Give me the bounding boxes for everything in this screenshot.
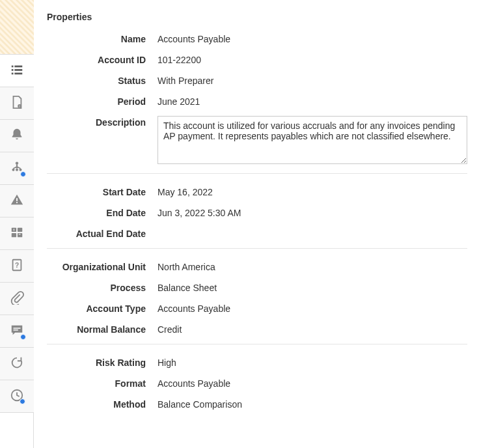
svg-rect-0 [12, 66, 14, 68]
sync-icon [10, 356, 24, 372]
main-panel: Properties Name Accounts Payable Account… [34, 0, 479, 448]
value-risk-rating: High [157, 356, 467, 368]
svg-rect-22 [14, 329, 18, 330]
value-end-date: Jun 3, 2022 5:30 AM [157, 206, 467, 218]
label-process: Process [47, 281, 157, 293]
value-org-unit: North America [157, 260, 467, 272]
value-process: Balance Sheet [157, 281, 467, 293]
value-start-date: May 16, 2022 [157, 186, 467, 197]
svg-rect-21 [14, 328, 21, 328]
label-format: Format [47, 377, 157, 389]
svg-rect-13 [16, 198, 18, 201]
label-risk-rating: Risk Rating [47, 356, 157, 368]
svg-point-10 [12, 169, 14, 171]
svg-rect-3 [14, 69, 22, 71]
label-method: Method [47, 398, 157, 410]
svg-rect-17 [12, 233, 16, 237]
paperclip-icon [10, 290, 24, 307]
label-org-unit: Organizational Unit [47, 260, 157, 272]
warning-icon [10, 193, 24, 209]
label-end-date: End Date [47, 206, 157, 218]
nav-attributes[interactable] [0, 217, 34, 250]
value-name: Accounts Payable [157, 33, 467, 44]
svg-rect-2 [12, 69, 14, 71]
value-account-id: 101-22200 [157, 53, 467, 65]
label-account-type: Account Type [47, 302, 157, 314]
label-actual-end-date: Actual End Date [47, 227, 157, 239]
attributes-icon [10, 225, 24, 242]
svg-text:?: ? [15, 262, 19, 269]
label-description: Description [47, 116, 157, 128]
svg-point-12 [19, 169, 21, 171]
nav-history-prior[interactable] [0, 348, 34, 380]
clock-icon [10, 388, 24, 404]
badge-dot [20, 334, 26, 340]
badge-dot [20, 171, 26, 177]
svg-rect-4 [12, 73, 14, 75]
label-name: Name [47, 33, 157, 44]
nav-history[interactable] [0, 380, 34, 413]
label-period: Period [47, 95, 157, 107]
separator [47, 173, 467, 174]
badge-dot [20, 399, 25, 404]
list-icon [10, 63, 24, 79]
value-actual-end-date [157, 227, 467, 229]
bell-icon [10, 128, 24, 144]
nav-properties[interactable] [0, 55, 34, 87]
svg-point-11 [16, 169, 18, 171]
value-method: Balance Comparison [157, 398, 467, 410]
separator [47, 248, 467, 249]
nav-workflow[interactable] [0, 152, 34, 185]
svg-rect-1 [14, 66, 22, 68]
panel-title: Properties [47, 12, 467, 22]
question-doc-icon: ? [10, 258, 24, 274]
svg-rect-18 [18, 233, 22, 237]
label-start-date: Start Date [47, 186, 157, 197]
label-normal-balance: Normal Balance [47, 323, 157, 335]
value-format: Accounts Payable [157, 377, 467, 389]
nav-instructions[interactable]: i [0, 87, 34, 120]
nav-alerts[interactable] [0, 120, 34, 152]
label-account-id: Account ID [47, 53, 157, 65]
comment-icon [10, 323, 24, 339]
separator [47, 344, 467, 344]
svg-rect-5 [14, 73, 22, 75]
brand-square [0, 0, 34, 55]
nav-attachments[interactable] [0, 283, 34, 315]
value-status: With Preparer [157, 74, 467, 86]
sidebar: i ? [0, 0, 34, 448]
document-info-icon: i [10, 95, 24, 111]
svg-rect-16 [18, 228, 22, 232]
value-account-type: Accounts Payable [157, 302, 467, 314]
nav-warnings[interactable] [0, 185, 34, 217]
value-normal-balance: Credit [157, 323, 467, 335]
nav-comments[interactable] [0, 315, 34, 348]
svg-rect-9 [16, 164, 18, 167]
workflow-icon [10, 160, 24, 176]
value-period: June 2021 [157, 95, 467, 107]
label-status: Status [47, 74, 157, 86]
description-textarea[interactable] [157, 116, 467, 164]
svg-text:i: i [20, 105, 20, 108]
nav-questions[interactable]: ? [0, 250, 34, 283]
svg-point-8 [16, 161, 18, 164]
svg-rect-14 [16, 202, 18, 203]
